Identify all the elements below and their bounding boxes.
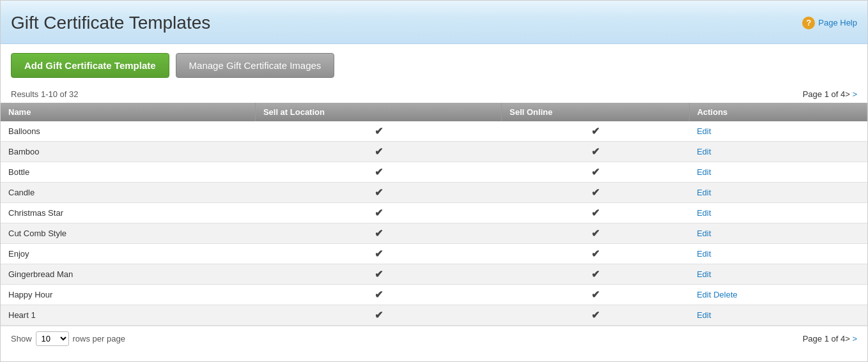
col-actions: Actions <box>689 103 867 121</box>
action-delete-link[interactable]: Delete <box>713 290 738 299</box>
table-row: Heart 1✔✔Edit <box>1 305 867 326</box>
table-row: Candle✔✔Edit <box>1 183 867 203</box>
page-help-link[interactable]: ? Page Help <box>802 17 857 29</box>
checkmark-location-icon: ✔ <box>375 228 383 239</box>
cell-sell-online: ✔ <box>502 264 689 285</box>
next-page-link-bottom[interactable]: > <box>852 334 857 343</box>
table-row: Christmas Star✔✔Edit <box>1 203 867 223</box>
cell-sell-online: ✔ <box>502 162 689 183</box>
action-edit-link[interactable]: Edit <box>697 229 711 238</box>
rows-per-page-label: rows per page <box>73 334 125 343</box>
checkmark-online-icon: ✔ <box>591 207 600 218</box>
table-row: Bottle✔✔Edit <box>1 162 867 183</box>
action-edit-link[interactable]: Edit <box>697 310 711 320</box>
checkmark-location-icon: ✔ <box>375 269 383 280</box>
action-edit-link[interactable]: Edit <box>697 147 711 156</box>
checkmark-online-icon: ✔ <box>591 126 600 137</box>
cell-name: Christmas Star <box>1 203 255 223</box>
cell-sell-at-location: ✔ <box>255 162 501 183</box>
cell-name: Bamboo <box>1 142 255 162</box>
checkmark-location-icon: ✔ <box>375 167 383 177</box>
cell-sell-online: ✔ <box>502 183 689 203</box>
table-row: Cut Comb Style✔✔Edit <box>1 223 867 244</box>
checkmark-location-icon: ✔ <box>375 146 383 157</box>
page-help-label: Page Help <box>818 18 857 27</box>
page-navigation-top: Page 1 of 4> > <box>803 89 857 99</box>
page-header: Gift Certificate Templates ? Page Help <box>1 1 867 44</box>
action-edit-link[interactable]: Edit <box>697 290 711 299</box>
templates-table: Name Sell at Location Sell Online Action… <box>1 103 867 326</box>
show-label: Show <box>11 334 32 343</box>
page-title: Gift Certificate Templates <box>11 13 210 33</box>
col-sell-at-location: Sell at Location <box>255 103 501 121</box>
rows-per-page-select[interactable]: 10 25 50 100 <box>36 331 69 346</box>
cell-actions: Edit Delete <box>689 285 867 305</box>
cell-name: Happy Hour <box>1 285 255 305</box>
cell-actions: Edit <box>689 305 867 326</box>
cell-sell-at-location: ✔ <box>255 121 501 142</box>
checkmark-online-icon: ✔ <box>591 167 600 177</box>
cell-sell-at-location: ✔ <box>255 223 501 244</box>
cell-name: Gingerbread Man <box>1 264 255 285</box>
cell-sell-at-location: ✔ <box>255 305 501 326</box>
cell-actions: Edit <box>689 121 867 142</box>
action-edit-link[interactable]: Edit <box>697 269 711 279</box>
cell-sell-online: ✔ <box>502 244 689 264</box>
table-row: Enjoy✔✔Edit <box>1 244 867 264</box>
cell-sell-online: ✔ <box>502 121 689 142</box>
cell-actions: Edit <box>689 264 867 285</box>
action-edit-link[interactable]: Edit <box>697 167 711 177</box>
results-summary: Results 1-10 of 32 <box>11 89 79 99</box>
checkmark-location-icon: ✔ <box>375 310 383 321</box>
show-rows-control: Show 10 25 50 100 rows per page <box>11 331 125 346</box>
cell-name: Balloons <box>1 121 255 142</box>
checkmark-online-icon: ✔ <box>591 289 600 300</box>
action-edit-link[interactable]: Edit <box>697 188 711 197</box>
col-name: Name <box>1 103 255 121</box>
checkmark-online-icon: ✔ <box>591 187 600 198</box>
page-wrapper: Gift Certificate Templates ? Page Help A… <box>0 0 868 362</box>
cell-sell-online: ✔ <box>502 223 689 244</box>
cell-sell-online: ✔ <box>502 203 689 223</box>
results-bar: Results 1-10 of 32 Page 1 of 4> > <box>1 87 867 103</box>
action-edit-link[interactable]: Edit <box>697 208 711 218</box>
cell-name: Bottle <box>1 162 255 183</box>
action-edit-link[interactable]: Edit <box>697 126 711 136</box>
cell-sell-online: ✔ <box>502 142 689 162</box>
col-sell-online: Sell Online <box>502 103 689 121</box>
checkmark-location-icon: ✔ <box>375 248 383 259</box>
cell-name: Heart 1 <box>1 305 255 326</box>
checkmark-online-icon: ✔ <box>591 310 600 321</box>
toolbar: Add Gift Certificate Template Manage Gif… <box>1 44 867 87</box>
checkmark-location-icon: ✔ <box>375 187 383 198</box>
cell-name: Candle <box>1 183 255 203</box>
cell-sell-at-location: ✔ <box>255 183 501 203</box>
table-header-row: Name Sell at Location Sell Online Action… <box>1 103 867 121</box>
cell-sell-at-location: ✔ <box>255 203 501 223</box>
checkmark-location-icon: ✔ <box>375 207 383 218</box>
cell-sell-at-location: ✔ <box>255 285 501 305</box>
checkmark-location-icon: ✔ <box>375 289 383 300</box>
help-icon: ? <box>802 17 815 29</box>
checkmark-online-icon: ✔ <box>591 228 600 239</box>
cell-sell-at-location: ✔ <box>255 264 501 285</box>
table-row: Balloons✔✔Edit <box>1 121 867 142</box>
cell-sell-at-location: ✔ <box>255 244 501 264</box>
cell-sell-online: ✔ <box>502 305 689 326</box>
cell-sell-online: ✔ <box>502 285 689 305</box>
cell-actions: Edit <box>689 142 867 162</box>
cell-name: Cut Comb Style <box>1 223 255 244</box>
footer-bar: Show 10 25 50 100 rows per page Page 1 o… <box>1 326 867 351</box>
action-edit-link[interactable]: Edit <box>697 249 711 259</box>
checkmark-online-icon: ✔ <box>591 248 600 259</box>
manage-gift-certificate-images-button[interactable]: Manage Gift Certificate Images <box>176 53 335 78</box>
cell-actions: Edit <box>689 223 867 244</box>
next-page-link-top[interactable]: > <box>852 89 857 99</box>
cell-actions: Edit <box>689 183 867 203</box>
table-row: Gingerbread Man✔✔Edit <box>1 264 867 285</box>
cell-actions: Edit <box>689 203 867 223</box>
cell-actions: Edit <box>689 244 867 264</box>
cell-sell-at-location: ✔ <box>255 142 501 162</box>
add-gift-certificate-template-button[interactable]: Add Gift Certificate Template <box>11 53 169 78</box>
page-navigation-bottom: Page 1 of 4> > <box>803 334 857 343</box>
